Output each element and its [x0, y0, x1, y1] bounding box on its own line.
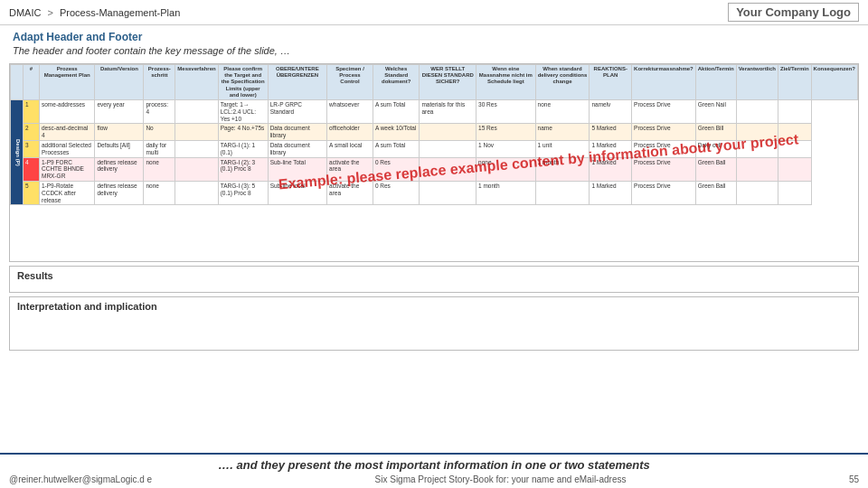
cell: 30 Res: [476, 99, 536, 123]
cell: [778, 181, 812, 204]
cell: [736, 140, 778, 157]
col-header-10: When standard delivery conditions change: [535, 65, 590, 100]
cell: Sub-line Total: [268, 157, 326, 181]
cell: TARG-I (1): 1 (0.1): [218, 140, 268, 157]
col-header-12: Korrekturmassnahme?: [632, 65, 696, 100]
cell: Green Ball: [695, 181, 736, 204]
cell: 1 Nov: [476, 140, 536, 157]
bottom-tagline: …. and they present the most important i…: [9, 458, 859, 472]
col-header-11: REAKTIONS-PLAN: [590, 65, 632, 100]
cell: [175, 157, 218, 181]
cell: Process Drive: [632, 181, 696, 204]
table-row: 2 desc-and-decimal 4 flow No Page: 4 No.…: [11, 124, 858, 141]
cell: 5 Marked: [590, 124, 632, 141]
cell: none: [144, 157, 175, 181]
cell: Process Drive: [632, 99, 696, 123]
cell: none: [476, 157, 536, 181]
cell: Process Drive: [632, 157, 696, 181]
cell: [175, 140, 218, 157]
cell: 1 Marked: [590, 157, 632, 181]
cell: activate the area: [327, 181, 373, 204]
cell: Process Drive: [632, 124, 696, 141]
cell: Target: 1→ LCL:2.4 UCL: Yes +10: [218, 99, 268, 123]
table-row: Design (P) 1 some-addresses every year p…: [11, 99, 858, 123]
cell: A sum Total: [373, 140, 420, 157]
cell: TARG-I (3): 5 (0.1) Proc 8: [218, 181, 268, 204]
cell: Defaults [All]: [95, 140, 144, 157]
cell: [420, 140, 476, 157]
breadcrumb: DMAIC > Process-Management-Plan: [9, 7, 180, 18]
cell: [736, 157, 778, 181]
footer-left: @reiner.hutwelker@sigmaLogic.d e: [9, 474, 152, 484]
cell: 1 Marked: [590, 181, 632, 204]
col-header-15: Ziel/Termin: [778, 65, 812, 100]
cell: 1 month: [476, 181, 536, 204]
col-header-2: Prozess-schritt: [144, 65, 175, 100]
col-header-1: Datum/Version: [95, 65, 144, 100]
col-header-7: Welches Standard dokument?: [373, 65, 420, 100]
cell: Page: 4 No.+75s: [218, 124, 268, 141]
cell: none: [535, 99, 590, 123]
col-header-6: Specimen / Process Control: [327, 65, 373, 100]
data-table: # Prozess Management Plan Datum/Version …: [10, 64, 858, 205]
breadcrumb-separator: >: [48, 7, 56, 18]
table-row: 3 additional Selected Processes Defaults…: [11, 140, 858, 157]
col-header-14: Verantwortlich: [736, 65, 778, 100]
cell: namelv: [590, 99, 632, 123]
cell: [736, 181, 778, 204]
cell: [175, 124, 218, 141]
cell: 1 month: [535, 157, 590, 181]
cell: No: [144, 124, 175, 141]
cell: officeholder: [327, 124, 373, 141]
cell: some-addresses: [40, 99, 95, 123]
cell: TARG-I (2): 3 (0.1) Proc 8: [218, 157, 268, 181]
process-management-table: Example: please replace example content …: [9, 63, 859, 262]
col-header-4: Please confirm the Target and the Specif…: [218, 65, 268, 100]
cell: [736, 99, 778, 123]
main-content: Example: please replace example content …: [0, 61, 868, 356]
bottom-bar: …. and they present the most important i…: [0, 453, 868, 488]
breadcrumb-part1: DMAIC: [9, 7, 41, 18]
cell: [778, 99, 812, 123]
cell: Process Drive: [632, 140, 696, 157]
cell: 1 Marked: [590, 140, 632, 157]
cell: activate the area: [327, 157, 373, 181]
cell: Data document library: [268, 140, 326, 157]
cell: [778, 124, 812, 141]
cell: whatsoever: [327, 99, 373, 123]
cell: defines release delivery: [95, 157, 144, 181]
col-header-3: Messverfahren: [175, 65, 218, 100]
cell: materials for this area: [420, 99, 476, 123]
cell: 1 unit: [535, 140, 590, 157]
cell: [420, 124, 476, 141]
cell: [175, 181, 218, 204]
cell: [778, 157, 812, 181]
cell: [175, 99, 218, 123]
col-header-num: #: [24, 65, 40, 100]
cell: 15 Res: [476, 124, 536, 141]
top-bar: DMAIC > Process-Management-Plan Your Com…: [0, 0, 868, 25]
cell: none: [144, 181, 175, 204]
cell: additional Selected Processes: [40, 140, 95, 157]
col-header-5: OBERE/UNTERE ÜBERGRENZEN: [268, 65, 326, 100]
cell: flow: [95, 124, 144, 141]
cell: [420, 157, 476, 181]
cell: 0 Res: [373, 157, 420, 181]
cell: Data document library: [268, 124, 326, 141]
breadcrumb-part2: Process-Management-Plan: [60, 7, 180, 18]
col-header-9: Wenn eine Massnahme nicht im Schedule li…: [476, 65, 536, 100]
cell: 1-P9-Rotate CCDCK after release: [40, 181, 95, 204]
cell: [535, 181, 590, 204]
cell: [736, 124, 778, 141]
footer-right: 55: [849, 474, 859, 484]
cell: [420, 181, 476, 204]
section-subtitle: The header and footer contain the key me…: [0, 45, 868, 61]
section-title: Adapt Header and Footer: [0, 25, 868, 45]
cell: name: [535, 124, 590, 141]
row-num: 2: [24, 124, 40, 141]
col-header-phase: [11, 65, 24, 100]
cell: Green Ball: [695, 157, 736, 181]
col-header-16: Konsequenzen?: [811, 65, 857, 100]
row-num: 5: [24, 181, 40, 204]
footer-info: @reiner.hutwelker@sigmaLogic.d e Six Sig…: [9, 474, 859, 484]
